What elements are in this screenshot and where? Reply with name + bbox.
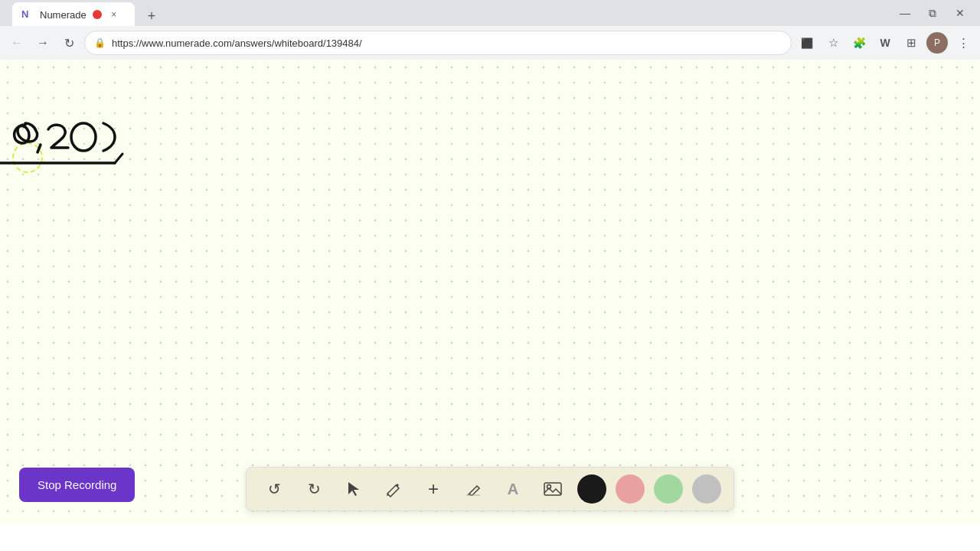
tab-bar: N Numerade × +	[6, 0, 897, 27]
color-gray[interactable]	[692, 474, 721, 504]
menu-button[interactable]: ⋮	[952, 32, 974, 54]
eraser-tool-button[interactable]	[458, 474, 488, 504]
tab-title: Numerade	[40, 9, 87, 21]
pen-tool-button[interactable]	[378, 474, 409, 504]
title-bar: N Numerade × + — ⧉ ✕	[0, 0, 980, 26]
svg-point-0	[71, 123, 96, 151]
browser-chrome: N Numerade × + — ⧉ ✕ ← → ↻ 🔒 https://www…	[0, 0, 980, 60]
svg-rect-4	[544, 483, 561, 495]
forward-button[interactable]: →	[32, 32, 54, 54]
screen-record-button[interactable]: ⬛	[796, 32, 818, 54]
stop-recording-button[interactable]: Stop Recording	[19, 468, 135, 502]
new-tab-button[interactable]: +	[141, 5, 162, 27]
eraser-icon	[465, 481, 482, 497]
image-tool-button[interactable]	[537, 474, 568, 504]
tab-favicon: N	[21, 8, 34, 21]
tab-recording-dot	[93, 10, 102, 19]
select-tool-button[interactable]	[338, 474, 369, 504]
image-icon	[543, 481, 563, 497]
profile-button[interactable]: P	[926, 32, 948, 54]
address-bar[interactable]: 🔒 https://www.numerade.com/answers/white…	[84, 31, 792, 55]
bookmark-button[interactable]: ☆	[822, 32, 844, 54]
reload-button[interactable]: ↻	[58, 32, 80, 54]
cursor-icon	[345, 481, 362, 497]
back-button[interactable]: ←	[6, 32, 28, 54]
pencil-icon	[385, 481, 402, 497]
close-button[interactable]: ✕	[952, 5, 968, 21]
tab-close-button[interactable]: ×	[108, 8, 120, 21]
wordmark-button[interactable]: W	[874, 32, 896, 54]
active-tab[interactable]: N Numerade ×	[12, 2, 135, 27]
url-text: https://www.numerade.com/answers/whitebo…	[112, 37, 362, 49]
maximize-button[interactable]: ⧉	[925, 5, 940, 21]
add-button[interactable]: +	[418, 474, 449, 504]
undo-button[interactable]: ↺	[259, 474, 289, 504]
redo-button[interactable]: ↻	[299, 474, 329, 504]
color-green[interactable]	[654, 474, 683, 504]
toolbar: ↺ ↻ + A	[246, 467, 734, 511]
whiteboard-canvas[interactable]: Stop Recording ↺ ↻ + A	[0, 60, 980, 523]
grid-button[interactable]: ⊞	[900, 32, 922, 54]
whiteboard-drawing	[0, 102, 165, 194]
text-tool-button[interactable]: A	[498, 474, 528, 504]
lock-icon: 🔒	[94, 37, 106, 48]
extensions-button[interactable]: 🧩	[848, 32, 870, 54]
color-black[interactable]	[577, 474, 606, 504]
color-pink[interactable]	[616, 474, 645, 504]
svg-marker-2	[348, 482, 359, 496]
window-controls: — ⧉ ✕	[897, 5, 974, 21]
nav-bar: ← → ↻ 🔒 https://www.numerade.com/answers…	[0, 26, 980, 60]
minimize-button[interactable]: —	[897, 5, 913, 21]
nav-extras: ⬛ ☆ 🧩 W ⊞ P ⋮	[796, 32, 974, 54]
